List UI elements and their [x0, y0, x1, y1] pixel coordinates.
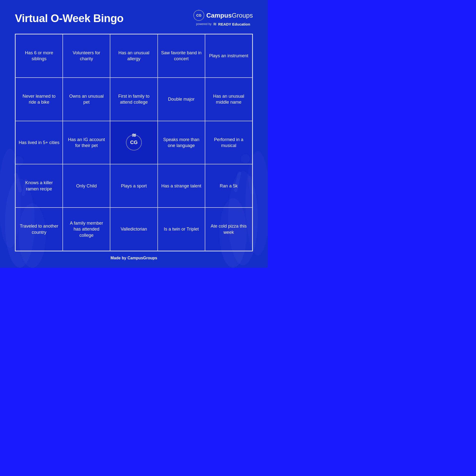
- bingo-cell-r0c3[interactable]: Saw favorite band in concert: [158, 34, 205, 78]
- main-content: Virtual O-Week Bingo CG CampusGroups pow…: [0, 0, 268, 268]
- center-logo: CG: [126, 135, 142, 150]
- header: Virtual O-Week Bingo CG CampusGroups pow…: [15, 10, 253, 27]
- logo-area: CG CampusGroups powered by ≋ READY Educa…: [193, 10, 253, 27]
- bingo-cell-r3c1[interactable]: Only Child: [63, 164, 110, 208]
- bingo-cell-r3c3[interactable]: Has a strange talent: [158, 164, 205, 208]
- footer: Made by CampusGroups: [15, 251, 253, 260]
- bingo-cell-r0c4[interactable]: Plays an instrument: [205, 34, 252, 78]
- powered-by-text: powered by: [196, 22, 211, 26]
- bingo-cell-r2c2[interactable]: CG: [110, 121, 157, 164]
- ready-text: READY: [218, 22, 231, 26]
- stack-icon: ≋: [213, 21, 217, 27]
- bingo-cell-r1c0[interactable]: Never learned to ride a bike: [15, 78, 63, 121]
- bingo-cell-r0c2[interactable]: Has an unusual allergy: [110, 34, 157, 78]
- brand-part1: Campus: [206, 12, 232, 19]
- bingo-cell-r4c3[interactable]: Is a twin or Triplet: [158, 208, 205, 251]
- bingo-cell-r3c0[interactable]: Knows a killer ramen recipe: [15, 164, 63, 208]
- bingo-cell-r2c3[interactable]: Speaks more than one language: [158, 121, 205, 164]
- brand-part2: Groups: [232, 12, 253, 19]
- bingo-cell-r2c1[interactable]: Has an IG account for their pet: [63, 121, 110, 164]
- footer-text: Made by CampusGroups: [111, 256, 157, 260]
- bingo-cell-r2c4[interactable]: Performed in a musical: [205, 121, 252, 164]
- logo-top: CG CampusGroups: [193, 10, 253, 21]
- brand-name: CampusGroups: [206, 12, 253, 19]
- bingo-cell-r1c1[interactable]: Owns an unusual pet: [63, 78, 110, 121]
- bingo-cell-r0c0[interactable]: Has 6 or more siblings: [15, 34, 63, 78]
- cg-badge: CG: [193, 10, 204, 21]
- bingo-cell-r4c4[interactable]: Ate cold pizza this week: [205, 208, 252, 251]
- logo-bottom: powered by ≋ READY Education: [196, 21, 250, 27]
- education-text: Education: [232, 22, 250, 26]
- ready-logo: READY Education: [218, 22, 250, 26]
- page-title: Virtual O-Week Bingo: [15, 12, 123, 25]
- bingo-cell-r3c2[interactable]: Plays a sport: [110, 164, 157, 208]
- bingo-cell-r1c2[interactable]: First in family to attend college: [110, 78, 157, 121]
- bingo-cell-r1c4[interactable]: Has an unusual middle name: [205, 78, 252, 121]
- bingo-cell-r4c0[interactable]: Traveled to another country: [15, 208, 63, 251]
- bingo-cell-r4c1[interactable]: A family member has attended college: [63, 208, 110, 251]
- center-cg-badge: CG: [126, 135, 142, 150]
- bingo-cell-r1c3[interactable]: Double major: [158, 78, 205, 121]
- bingo-cell-r4c2[interactable]: Valledictorian: [110, 208, 157, 251]
- bingo-cell-r0c1[interactable]: Volunteers for charity: [63, 34, 110, 78]
- bingo-cell-r2c0[interactable]: Has lived in 5+ cities: [15, 121, 63, 164]
- bingo-grid: Has 6 or more siblingsVolunteers for cha…: [15, 34, 253, 251]
- bingo-cell-r3c4[interactable]: Ran a 5k: [205, 164, 252, 208]
